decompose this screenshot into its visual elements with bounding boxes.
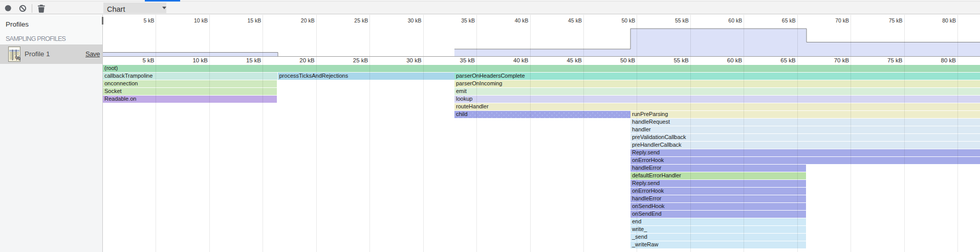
svg-text:%: %	[15, 55, 21, 62]
